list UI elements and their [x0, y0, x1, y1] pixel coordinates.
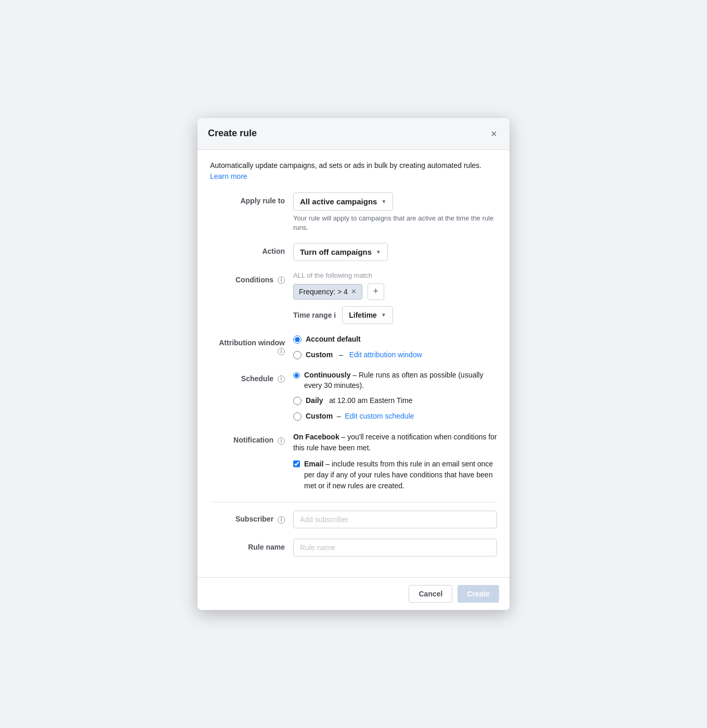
schedule-label: Schedule i	[210, 370, 293, 383]
attribution-info-icon: i	[278, 348, 285, 355]
schedule-continuously-radio[interactable]	[293, 371, 300, 380]
time-range-dropdown[interactable]: Lifetime ▼	[342, 306, 393, 324]
conditions-tags: Frequency: > 4 ✕ +	[293, 283, 497, 300]
attribution-custom-radio[interactable]	[293, 351, 302, 359]
schedule-control: Continuously – Rule runs as often as pos…	[293, 370, 497, 421]
subscriber-input[interactable]	[293, 511, 497, 528]
schedule-row: Schedule i Continuously – Rule runs as o…	[210, 370, 497, 421]
dialog-header: Create rule ×	[198, 118, 509, 150]
schedule-custom-radio[interactable]	[293, 412, 302, 421]
apply-rule-row: Apply rule to All active campaigns ▼ You…	[210, 192, 497, 232]
conditions-info-icon: i	[278, 277, 285, 284]
conditions-row: Conditions i ALL of the following match …	[210, 271, 497, 324]
edit-custom-schedule-link[interactable]: Edit custom schedule	[345, 412, 414, 420]
conditions-control: ALL of the following match Frequency: > …	[293, 271, 497, 324]
subscriber-control	[293, 511, 497, 528]
condition-tag-frequency[interactable]: Frequency: > 4 ✕	[293, 284, 362, 300]
schedule-info-icon: i	[278, 375, 285, 383]
add-condition-button[interactable]: +	[368, 283, 384, 300]
action-control: Turn off campaigns ▼	[293, 243, 497, 261]
apply-rule-dropdown[interactable]: All active campaigns ▼	[293, 192, 393, 211]
notification-email-option[interactable]: Email – include results from this rule i…	[293, 459, 497, 491]
edit-attribution-window-link[interactable]: Edit attribution window	[349, 350, 422, 360]
notification-info-icon: i	[278, 437, 285, 445]
schedule-continuously-option[interactable]: Continuously – Rule runs as often as pos…	[293, 370, 497, 391]
dialog-footer: Cancel Create	[198, 577, 509, 610]
divider	[210, 502, 497, 502]
schedule-radio-group: Continuously – Rule runs as often as pos…	[293, 370, 497, 421]
attribution-window-row: Attribution window i Account default Cus…	[210, 334, 497, 360]
dialog-body: Automatically update campaigns, ad sets …	[198, 150, 509, 578]
time-range-row: Time range i Lifetime ▼	[293, 306, 497, 324]
subscriber-label: Subscriber i	[210, 511, 293, 523]
schedule-daily-radio[interactable]	[293, 397, 302, 405]
chevron-down-icon: ▼	[381, 199, 386, 204]
apply-rule-control: All active campaigns ▼ Your rule will ap…	[293, 192, 497, 232]
conditions-match-text: ALL of the following match	[293, 271, 497, 279]
time-range-label: Time range i	[293, 311, 336, 319]
apply-rule-label: Apply rule to	[210, 192, 293, 205]
learn-more-link[interactable]: Learn more	[210, 172, 247, 180]
notification-row: Notification i On Facebook – you'll rece…	[210, 432, 497, 491]
schedule-daily-option[interactable]: Daily at 12.00 am Eastern Time	[293, 396, 497, 406]
attribution-account-default-radio[interactable]	[293, 335, 302, 344]
cancel-button[interactable]: Cancel	[409, 585, 452, 603]
attribution-custom-option[interactable]: Custom – Edit attribution window	[293, 350, 497, 360]
attribution-window-label: Attribution window i	[210, 334, 293, 355]
rule-name-input[interactable]	[293, 539, 497, 556]
apply-rule-hint: Your rule will apply to campaigns that a…	[293, 214, 497, 232]
dialog-title: Create rule	[208, 128, 257, 139]
subscriber-row: Subscriber i	[210, 511, 497, 528]
action-dropdown[interactable]: Turn off campaigns ▼	[293, 243, 388, 261]
attribution-account-default-option[interactable]: Account default	[293, 334, 497, 345]
rule-name-label: Rule name	[210, 539, 293, 551]
remove-condition-icon[interactable]: ✕	[351, 288, 357, 295]
action-row: Action Turn off campaigns ▼	[210, 243, 497, 261]
action-label: Action	[210, 243, 293, 255]
conditions-label: Conditions i	[210, 271, 293, 284]
chevron-down-icon: ▼	[381, 312, 386, 318]
schedule-custom-option[interactable]: Custom – Edit custom schedule	[293, 411, 497, 422]
rule-name-control	[293, 539, 497, 556]
chevron-down-icon: ▼	[376, 249, 381, 255]
subscriber-info-icon: i	[278, 516, 285, 524]
time-range-info-icon: i	[334, 311, 336, 319]
rule-name-row: Rule name	[210, 539, 497, 556]
create-rule-dialog: Create rule × Automatically update campa…	[198, 118, 509, 610]
intro-text: Automatically update campaigns, ad sets …	[210, 160, 497, 182]
notification-control: On Facebook – you'll receive a notificat…	[293, 432, 497, 491]
create-button[interactable]: Create	[457, 585, 499, 603]
attribution-window-control: Account default Custom – Edit attributio…	[293, 334, 497, 360]
notification-facebook-text: On Facebook – you'll receive a notificat…	[293, 432, 497, 453]
attribution-radio-group: Account default Custom – Edit attributio…	[293, 334, 497, 360]
notification-email-checkbox[interactable]	[293, 460, 300, 468]
notification-label: Notification i	[210, 432, 293, 444]
close-button[interactable]: ×	[489, 126, 499, 141]
